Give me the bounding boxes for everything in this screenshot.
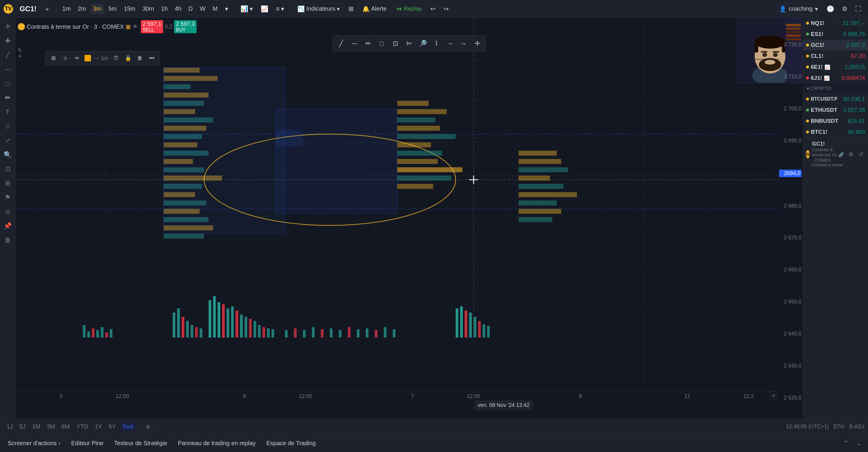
tool-cursor[interactable]: ╱ xyxy=(334,37,347,50)
tool-table[interactable]: ⊡ xyxy=(389,37,402,50)
compare-btn[interactable]: ⊕ xyxy=(143,421,153,432)
tool-bar[interactable]: ⊨ xyxy=(403,37,415,50)
wl-item-6j1[interactable]: 6J1! 📈 0,006474 xyxy=(803,73,868,84)
color-swatch[interactable] xyxy=(85,55,91,61)
wl-item-btcusdt[interactable]: BTCUSDT.P 90 236,1 xyxy=(803,94,868,105)
tool-measure[interactable]: ↔ xyxy=(457,37,470,50)
undo-btn[interactable]: ↩ xyxy=(428,4,439,14)
tf-3m[interactable]: 3m xyxy=(90,4,104,13)
wl-bottom-title: Contrats à terme sur Or 🔗 · COMEX xyxy=(812,147,844,162)
order-tool[interactable]: ⊙ xyxy=(1,205,14,218)
pen-draw-btn[interactable]: ✏ xyxy=(71,53,83,64)
add-symbol-btn[interactable]: ＋ xyxy=(41,3,53,15)
expand-btn[interactable]: ⌄ xyxy=(854,438,864,449)
cursor-tool[interactable]: ✛ xyxy=(1,20,14,33)
wl-item-gc1[interactable]: GC1! 2 597,3 xyxy=(803,40,868,51)
tool-cross[interactable]: ✛ xyxy=(471,37,484,50)
tf-M[interactable]: M xyxy=(210,4,220,13)
pin-tool[interactable]: 📌 xyxy=(1,219,14,233)
trading-btn[interactable]: Espace de Trading xyxy=(262,438,320,448)
line-tool[interactable]: ╱ xyxy=(1,49,14,62)
sell-price-badge[interactable]: 2 597,1 SELL 0,2 2 597,3 BUY xyxy=(141,20,196,33)
svg-rect-93 xyxy=(199,328,202,337)
points-draw-btn[interactable]: ⊹ xyxy=(60,53,71,64)
btf-1m[interactable]: 1M xyxy=(29,422,43,431)
tf-1h[interactable]: 1h xyxy=(158,4,170,13)
clock-btn[interactable]: 🕐 xyxy=(824,4,837,14)
screener-btn[interactable]: Screener d'actions ▾ xyxy=(4,438,65,448)
strategy-btn[interactable]: Testeur de Stratégie xyxy=(110,438,172,448)
tradingview-logo[interactable]: TV xyxy=(4,4,13,13)
measure-tool[interactable]: ⤢ xyxy=(1,134,14,147)
btf-5y[interactable]: 5Y xyxy=(105,422,119,431)
line-chart-btn[interactable]: 📈 xyxy=(258,4,271,14)
btf-ytd[interactable]: YTD xyxy=(73,422,91,431)
chart-refresh-btn[interactable]: ↺ xyxy=(768,391,778,400)
wl-item-cl1[interactable]: CL1! 67,30 xyxy=(803,51,868,62)
fullscreen-btn[interactable]: ⛶ xyxy=(852,4,864,14)
settings-btn[interactable]: ⚙ xyxy=(839,4,850,14)
text-tool[interactable]: T xyxy=(1,106,14,119)
wl-bottom-actions: ⊞ ↺ xyxy=(847,150,865,158)
tf-15m[interactable]: 15m xyxy=(121,4,138,13)
btf-1y[interactable]: 1Y xyxy=(92,422,105,431)
tf-W[interactable]: W xyxy=(197,4,208,13)
tf-2m[interactable]: 2m xyxy=(75,4,89,13)
lock-draw-btn[interactable]: 🔒 xyxy=(122,53,134,64)
alert-tool[interactable]: ⚑ xyxy=(1,191,14,204)
replay-panel-btn[interactable]: Panneau de trading en replay xyxy=(174,438,260,448)
tf-more-btn[interactable]: ▾ xyxy=(222,4,231,14)
replay-btn[interactable]: ⏮ Replay xyxy=(392,4,426,14)
tf-4h[interactable]: 4h xyxy=(172,4,184,13)
pen-tool[interactable]: ✏ xyxy=(1,91,14,104)
more-draw-btn[interactable]: ••• xyxy=(146,53,157,64)
btf-3m[interactable]: 3M xyxy=(44,422,58,431)
wl-item-bnbusdt[interactable]: BNBUSDT 615,41 xyxy=(803,116,868,127)
tf-D[interactable]: D xyxy=(186,4,195,13)
tool-pencil[interactable]: ✏ xyxy=(362,37,375,50)
zoom-tool[interactable]: 🔍 xyxy=(1,148,14,161)
bar-type-btn[interactable]: ≡ ▾ xyxy=(273,4,287,14)
wl-item-ethusdt[interactable]: ETHUSDT 3 057,38 xyxy=(803,105,868,116)
chart-area[interactable]: Contrats à terme sur Or · 3 · COMEX ▦ 👁 … xyxy=(16,18,803,419)
layout-tool[interactable]: ⊞ xyxy=(1,177,14,190)
wl-item-6e1[interactable]: 6E1! 📈 1,05525 xyxy=(803,62,868,73)
shapes-tool[interactable]: □ xyxy=(1,77,14,90)
bell-icon: 🔔 xyxy=(362,5,370,12)
symbol-label[interactable]: GC1! xyxy=(17,3,39,15)
grid-draw-btn[interactable]: ⊞ xyxy=(48,53,59,64)
wl-item-nq1[interactable]: NQ1! 21 297,-- xyxy=(803,18,868,29)
tool-zoom[interactable]: 🔎 xyxy=(416,37,429,50)
chart-type-btn[interactable]: 📊 ▾ xyxy=(238,4,256,14)
tool-brush[interactable]: ⌇ xyxy=(430,37,443,50)
wl-item-btc1[interactable]: BTC1! 90 800 xyxy=(803,127,868,138)
tf-30m[interactable]: 30m xyxy=(140,4,157,13)
clock-draw-btn[interactable]: ⏱ xyxy=(111,53,122,64)
alert-btn[interactable]: 🔔 Alerte xyxy=(359,4,391,14)
coaching-btn[interactable]: 👤 coaching ▾ xyxy=(775,4,822,14)
wl-item-es1[interactable]: ES1! 5 898,75 xyxy=(803,29,868,40)
horizontal-line-tool[interactable]: ─ xyxy=(1,63,14,76)
btf-5j[interactable]: 5J xyxy=(16,422,28,431)
emoji-tool[interactable]: ☺ xyxy=(1,120,14,133)
btf-1j[interactable]: 1J xyxy=(4,422,16,431)
tf-5m[interactable]: 5m xyxy=(106,4,120,13)
pine-btn[interactable]: Editeur Pine xyxy=(67,438,107,448)
trash-draw-btn[interactable]: 🗑 xyxy=(134,53,146,64)
layout-btn[interactable]: ⊞ xyxy=(345,4,356,14)
crosshair-tool[interactable]: ✚ xyxy=(1,34,14,48)
btf-tout[interactable]: Tout xyxy=(120,422,137,431)
line-width-btn[interactable]: — 1px xyxy=(93,53,110,64)
magnet-tool[interactable]: ⊡ xyxy=(1,162,14,176)
indicators-btn[interactable]: 📉 Indicateurs ▾ xyxy=(293,4,344,14)
tool-arrow[interactable]: → xyxy=(443,37,457,50)
tf-1m[interactable]: 1m xyxy=(60,4,73,13)
wl-grid-icon[interactable]: ⊞ xyxy=(847,150,855,158)
tool-hline[interactable]: ─ xyxy=(348,37,361,50)
tool-rect[interactable]: □ xyxy=(375,37,389,50)
btf-6m[interactable]: 6M xyxy=(59,422,73,431)
wl-refresh-icon[interactable]: ↺ xyxy=(857,150,865,158)
collapse-btn[interactable]: ⌃ xyxy=(841,438,851,449)
trash-tool[interactable]: 🗑 xyxy=(1,234,14,247)
redo-btn[interactable]: ↪ xyxy=(440,4,452,14)
